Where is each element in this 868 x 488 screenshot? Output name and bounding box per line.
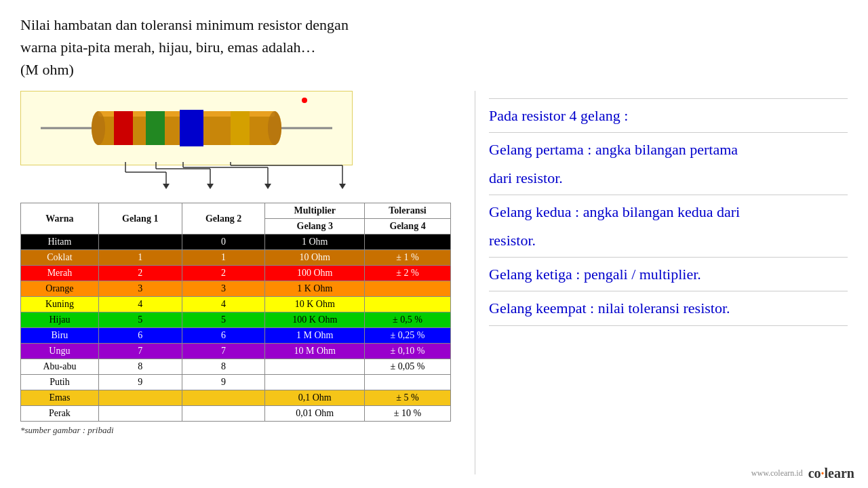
cell-g3: 1 Ohm (265, 235, 365, 250)
svg-marker-27 (339, 184, 346, 189)
cell-g2: 8 (182, 359, 265, 375)
header-gelang4: Gelang 4 (365, 219, 451, 235)
cell-warna: Biru (21, 328, 99, 344)
cell-g2: 6 (182, 328, 265, 344)
cell-g4: ± 5 % (365, 390, 451, 406)
resistor-diagram-area (20, 91, 451, 172)
cell-warna: Kuning (21, 297, 99, 312)
cell-g2: 9 (182, 375, 265, 390)
right-line-3: resistor. (489, 228, 848, 253)
cell-g1: 5 (98, 312, 182, 328)
cell-g1: 7 (98, 344, 182, 359)
cell-g1 (98, 235, 182, 250)
cell-g4: ± 0,05 % (365, 359, 451, 375)
cell-g2: 3 (182, 281, 265, 297)
svg-marker-23 (264, 184, 271, 189)
cell-g3: 1 M Ohm (265, 328, 365, 344)
header-multiplier: Multiplier (265, 203, 365, 219)
line1 (489, 132, 848, 133)
table-container: Warna Gelang 1 Gelang 2 Multiplier Toler… (20, 203, 454, 422)
cell-warna: Orange (21, 281, 99, 297)
resistor-table: Warna Gelang 1 Gelang 2 Multiplier Toler… (20, 203, 451, 422)
right-line-4: Gelang ketiga : pengali / multiplier. (489, 262, 848, 287)
line2 (489, 195, 848, 195)
question-line3: (M ohm) (20, 61, 74, 78)
arrows-svg (20, 162, 451, 189)
cell-g1: 6 (98, 328, 182, 344)
svg-marker-19 (207, 184, 214, 189)
cell-warna: Putih (21, 375, 99, 390)
cell-g1: 1 (98, 250, 182, 266)
cell-g4: ± 1 % (365, 250, 451, 266)
question-text: Nilai hambatan dan toleransi minimum res… (20, 14, 481, 81)
right-title: Pada resistor 4 gelang : (489, 103, 848, 128)
cell-g2: 2 (182, 266, 265, 281)
cell-g3: 100 K Ohm (265, 312, 365, 328)
table-row: Hitam 0 1 Ohm (21, 235, 451, 250)
line3 (489, 257, 848, 258)
right-line-0: Gelang pertama : angka bilangan pertama (489, 137, 848, 162)
right-panel: Pada resistor 4 gelang : Gelang pertama … (475, 91, 848, 474)
header-gelang3: Gelang 3 (265, 219, 365, 235)
line5 (489, 325, 848, 326)
cell-g3: 0,01 Ohm (265, 406, 365, 422)
right-line-2: Gelang kedua : angka bilangan kedua dari (489, 199, 848, 224)
cell-g3: 10 K Ohm (265, 297, 365, 312)
svg-rect-6 (114, 111, 133, 145)
table-row: Biru 6 6 1 M Ohm ± 0,25 % (21, 328, 451, 344)
cell-warna: Emas (21, 390, 99, 406)
table-row: Hijau 5 5 100 K Ohm ± 0,5 % (21, 312, 451, 328)
right-line-5: Gelang keempat : nilai toleransi resisto… (489, 296, 848, 321)
cell-warna: Ungu (21, 344, 99, 359)
table-row: Perak 0,01 Ohm ± 10 % (21, 406, 451, 422)
question-line1: Nilai hambatan dan toleransi minimum res… (20, 16, 349, 33)
cell-g1: 4 (98, 297, 182, 312)
cell-g3 (265, 375, 365, 390)
header-gelang2: Gelang 2 (182, 203, 265, 235)
right-line-1: dari resistor. (489, 165, 848, 190)
cell-g4 (365, 281, 451, 297)
cell-g4 (365, 297, 451, 312)
cell-g4: ± 0,25 % (365, 328, 451, 344)
table-row: Kuning 4 4 10 K Ohm (21, 297, 451, 312)
colearn-brand: co·learn (808, 466, 854, 481)
line4 (489, 291, 848, 291)
cell-g4 (365, 235, 451, 250)
question-line2: warna pita-pita merah, hijau, biru, emas… (20, 39, 316, 56)
cell-g1: 3 (98, 281, 182, 297)
cell-g1 (98, 390, 182, 406)
header-warna: Warna (21, 203, 99, 235)
cell-g4: ± 2 % (365, 266, 451, 281)
cell-g4: ± 0,10 % (365, 344, 451, 359)
header-toleransi: Toleransi (365, 203, 451, 219)
cell-warna: Hitam (21, 235, 99, 250)
table-row: Putih 9 9 (21, 375, 451, 390)
cell-g2: 7 (182, 344, 265, 359)
cell-g3: 10 Ohm (265, 250, 365, 266)
cell-warna: Perak (21, 406, 99, 422)
svg-rect-9 (231, 111, 250, 145)
svg-marker-15 (163, 184, 170, 189)
content-area: Warna Gelang 1 Gelang 2 Multiplier Toler… (20, 91, 848, 474)
source-text: *sumber gambar : pribadi (20, 425, 454, 436)
main-container: Nilai hambatan dan toleransi minimum res… (0, 0, 868, 488)
cell-g3: 1 K Ohm (265, 281, 365, 297)
cell-g1 (98, 406, 182, 422)
watermark: www.colearn.id co·learn (751, 466, 854, 481)
resistor-svg (41, 98, 332, 159)
table-row: Orange 3 3 1 K Ohm (21, 281, 451, 297)
cell-warna: Hijau (21, 312, 99, 328)
svg-point-11 (268, 111, 281, 145)
left-panel: Warna Gelang 1 Gelang 2 Multiplier Toler… (20, 91, 454, 474)
cell-g3: 0,1 Ohm (265, 390, 365, 406)
svg-rect-7 (146, 111, 165, 145)
colearn-dot: · (821, 466, 825, 481)
cell-g1: 2 (98, 266, 182, 281)
top-line (489, 98, 848, 99)
right-text: Pada resistor 4 gelang : Gelang pertama … (489, 103, 848, 330)
table-row: Merah 2 2 100 Ohm ± 2 % (21, 266, 451, 281)
cell-warna: Merah (21, 266, 99, 281)
cell-g4 (365, 375, 451, 390)
cell-g2: 0 (182, 235, 265, 250)
cell-g4: ± 0,5 % (365, 312, 451, 328)
